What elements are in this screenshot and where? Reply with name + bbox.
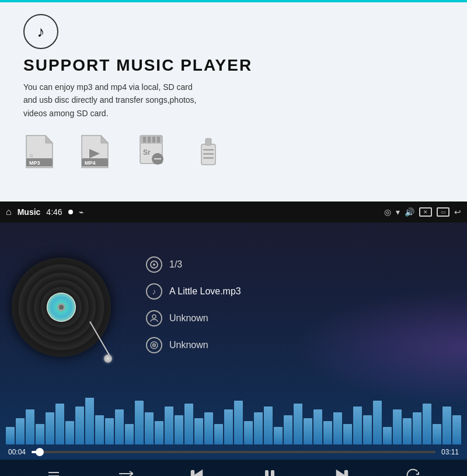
svg-point-29 <box>154 345 155 346</box>
format-icons-row: ♫ MP3 MP4 Sr <box>23 133 444 171</box>
eq-bar <box>393 409 402 444</box>
svg-rect-12 <box>143 137 146 143</box>
vinyl-dot <box>59 305 64 310</box>
home-icon[interactable]: ⌂ <box>6 207 12 217</box>
prev-button[interactable] <box>186 464 209 476</box>
svg-rect-20 <box>205 138 211 145</box>
eq-bar <box>65 421 74 444</box>
album-name: Unknown <box>169 340 208 350</box>
status-dot <box>68 210 73 214</box>
eq-bar <box>36 424 44 444</box>
eq-bar <box>234 401 243 444</box>
player-section: ⌂ Music 4:46 ⌁ ◎ ▾ 🔊 ✕ ▭ ↩ <box>0 201 467 476</box>
eq-bar <box>26 409 34 444</box>
track-name-row: ♪ A Little Love.mp3 <box>146 283 449 300</box>
eq-bar <box>175 415 183 444</box>
eq-bar <box>204 412 213 444</box>
eq-bar <box>145 412 154 444</box>
eq-bar <box>115 409 124 444</box>
track-index: 1/3 <box>169 259 182 270</box>
volume-icon: 🔊 <box>405 207 414 217</box>
eq-bar <box>373 401 382 444</box>
svg-rect-23 <box>203 157 214 159</box>
svg-rect-15 <box>157 137 160 143</box>
status-bar: ⌂ Music 4:46 ⌁ ◎ ▾ 🔊 ✕ ▭ ↩ <box>0 201 467 223</box>
progress-section[interactable]: 00:04 03:11 <box>0 444 467 460</box>
eq-bar <box>165 406 173 444</box>
mp3-icon: ♫ MP3 <box>23 133 55 171</box>
eq-bar <box>125 424 134 444</box>
eq-bar <box>85 398 94 444</box>
support-title: SUPPORT MUSIC PLAYER <box>23 56 444 75</box>
svg-point-26 <box>152 315 156 318</box>
playlist-button[interactable] <box>42 464 65 476</box>
svg-rect-14 <box>152 137 155 143</box>
svg-marker-38 <box>337 471 345 476</box>
progress-bar[interactable] <box>32 451 435 453</box>
svg-point-25 <box>153 263 155 266</box>
eq-bar <box>184 404 193 444</box>
equalizer <box>0 386 467 444</box>
wifi-icon: ▾ <box>396 207 400 217</box>
svg-marker-6 <box>101 135 108 143</box>
track-index-row: 1/3 <box>146 256 449 273</box>
eq-bar <box>433 424 441 444</box>
eq-bar <box>383 427 392 444</box>
eq-bar <box>55 404 64 444</box>
eq-bar <box>274 427 283 444</box>
svg-rect-36 <box>265 470 269 476</box>
pause-button[interactable] <box>258 464 281 476</box>
eq-bar <box>46 412 54 444</box>
location-icon: ◎ <box>384 207 391 217</box>
vinyl-record <box>12 258 117 363</box>
svg-text:Sr: Sr <box>143 148 151 157</box>
back-to-list-button[interactable] <box>402 464 425 476</box>
status-icons: ◎ ▾ 🔊 ✕ ▭ ↩ <box>384 207 461 217</box>
eq-bar <box>224 409 233 444</box>
status-time: 4:46 <box>46 207 62 217</box>
eq-bar <box>155 421 163 444</box>
eq-bar <box>214 424 223 444</box>
vinyl-disc <box>12 258 111 357</box>
eq-bar <box>323 421 332 444</box>
album-row: Unknown <box>146 337 449 353</box>
app-box-icon[interactable]: ✕ <box>419 207 432 217</box>
player-main: 1/3 ♪ A Little Love.mp3 Unknown Unknown <box>0 223 467 386</box>
track-index-icon <box>146 256 162 273</box>
total-time: 03:11 <box>441 448 459 456</box>
next-button[interactable] <box>330 464 353 476</box>
artist-row: Unknown <box>146 310 449 326</box>
artist-name: Unknown <box>169 313 208 324</box>
eq-bar <box>6 427 15 444</box>
sd-card-icon: Sr <box>134 133 169 171</box>
window-icon[interactable]: ▭ <box>437 207 449 217</box>
track-name: A Little Love.mp3 <box>169 286 241 297</box>
svg-text:MP3: MP3 <box>29 160 40 166</box>
eq-bar <box>135 401 144 444</box>
tonearm-head <box>104 355 112 363</box>
eq-bar <box>194 418 203 444</box>
artist-icon <box>146 310 162 326</box>
progress-thumb[interactable] <box>36 448 44 456</box>
eq-bar <box>403 418 412 444</box>
support-section: ♪ SUPPORT MUSIC PLAYER You can enjoy mp3… <box>0 0 467 201</box>
svg-marker-34 <box>194 471 202 476</box>
eq-bar <box>363 415 372 444</box>
back-icon[interactable]: ↩ <box>454 207 461 217</box>
music-note-icon: ♪ <box>23 14 58 49</box>
app-label: Music <box>18 207 41 217</box>
usb-icon <box>193 133 225 171</box>
eq-bar <box>264 406 273 444</box>
svg-rect-37 <box>271 470 274 476</box>
repeat-button[interactable] <box>114 464 137 476</box>
usb-status-icon: ⌁ <box>79 207 83 217</box>
svg-rect-39 <box>345 471 347 476</box>
svg-text:♫: ♫ <box>29 152 33 158</box>
album-icon <box>146 337 162 353</box>
eq-bar <box>353 406 362 444</box>
eq-bar <box>304 418 312 444</box>
eq-bar <box>413 412 421 444</box>
eq-bar <box>284 415 292 444</box>
svg-text:MP4: MP4 <box>85 160 96 166</box>
track-info: 1/3 ♪ A Little Love.mp3 Unknown Unknown <box>134 256 449 364</box>
